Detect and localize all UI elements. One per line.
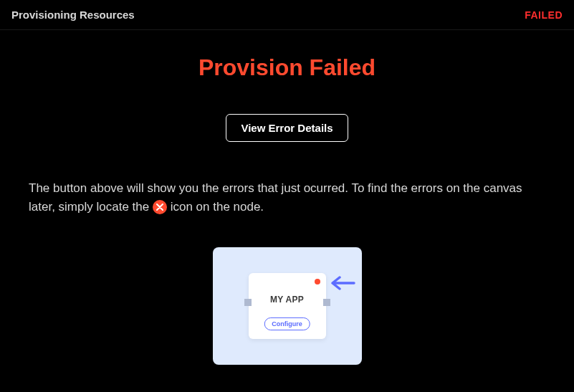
illustration-wrapper: MY APP Configure (29, 247, 545, 365)
canvas-illustration: MY APP Configure (213, 247, 362, 365)
page-heading: Provision Failed (29, 54, 545, 81)
view-error-details-button[interactable]: View Error Details (226, 114, 348, 142)
node-handle-right-icon (323, 299, 330, 306)
node-handle-left-icon (244, 299, 252, 306)
description-pre: The button above will show you the error… (29, 181, 522, 214)
header-bar: Provisioning Resources FAILED (0, 0, 574, 30)
node-configure-button: Configure (264, 317, 310, 330)
description-post: icon on the node. (171, 200, 264, 214)
header-title: Provisioning Resources (11, 9, 135, 21)
pointer-arrow-icon (330, 276, 355, 293)
node-error-dot-icon (315, 279, 320, 285)
description-text: The button above will show you the error… (29, 179, 545, 217)
node-title: MY APP (249, 295, 326, 305)
error-circle-icon (153, 200, 167, 214)
node-card: MY APP Configure (249, 273, 326, 339)
status-badge: FAILED (525, 9, 563, 21)
content-area: Provision Failed View Error Details The … (0, 30, 574, 386)
